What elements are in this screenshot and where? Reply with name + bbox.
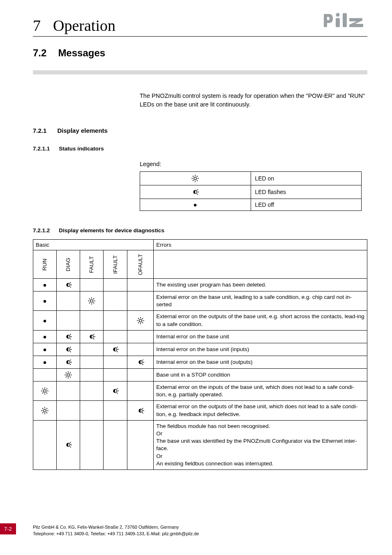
led-cell bbox=[127, 381, 154, 400]
chapter-number: 7 bbox=[33, 16, 41, 35]
led-cell bbox=[80, 381, 104, 400]
svg-line-27 bbox=[93, 303, 94, 303]
svg-line-12 bbox=[197, 190, 198, 191]
legend-table: LED onLED flashesLED off bbox=[140, 171, 362, 211]
led-cell bbox=[104, 343, 127, 356]
error-description: External error on the base unit, leading… bbox=[154, 291, 367, 311]
svg-point-49 bbox=[44, 349, 46, 351]
led-cell bbox=[104, 279, 127, 291]
svg-line-105 bbox=[70, 446, 71, 448]
svg-line-61 bbox=[70, 359, 71, 361]
legend-symbol-off bbox=[140, 199, 251, 211]
led-cell bbox=[57, 356, 80, 368]
led-cell bbox=[57, 420, 80, 469]
led-cell bbox=[80, 356, 104, 368]
svg-line-39 bbox=[138, 322, 138, 323]
svg-line-38 bbox=[142, 318, 143, 319]
led-cell bbox=[57, 311, 80, 330]
col-run: RUN bbox=[33, 250, 57, 279]
subsubsection2-title: Display elements for device diagnostics bbox=[59, 227, 164, 234]
section-title: Messages bbox=[58, 47, 105, 59]
led-cell bbox=[57, 381, 80, 400]
svg-line-56 bbox=[117, 347, 118, 348]
led-cell bbox=[104, 311, 127, 330]
svg-line-18 bbox=[70, 282, 71, 284]
footer: Pilz GmbH & Co. KG, Felix-Wankel-Straße … bbox=[33, 524, 199, 537]
led-cell bbox=[80, 343, 104, 356]
col-errors-blank bbox=[154, 250, 367, 279]
svg-line-43 bbox=[70, 334, 71, 335]
svg-point-0 bbox=[336, 13, 340, 17]
svg-line-87 bbox=[117, 388, 118, 390]
led-cell bbox=[104, 330, 127, 343]
pilz-logo bbox=[322, 12, 367, 30]
svg-point-30 bbox=[44, 319, 46, 322]
svg-point-40 bbox=[44, 336, 46, 338]
led-cell bbox=[33, 311, 57, 330]
led-cell bbox=[80, 291, 104, 311]
led-cell bbox=[104, 291, 127, 311]
led-cell bbox=[127, 368, 154, 381]
svg-line-75 bbox=[66, 377, 67, 377]
error-description: External error on the inputs of the base… bbox=[154, 381, 367, 400]
subsubsection1-number: 7.2.1.1 bbox=[33, 146, 50, 152]
svg-line-94 bbox=[42, 408, 43, 409]
svg-line-96 bbox=[46, 408, 47, 409]
legend-text: LED on bbox=[251, 172, 362, 185]
error-description: Internal error on the base unit (inputs) bbox=[154, 343, 367, 356]
legend-label: Legend: bbox=[140, 161, 367, 167]
svg-line-13 bbox=[197, 194, 198, 195]
svg-line-72 bbox=[66, 372, 67, 373]
subsubsection2-number: 7.2.1.2 bbox=[33, 227, 50, 234]
svg-point-21 bbox=[90, 300, 93, 302]
section-number: 7.2 bbox=[33, 47, 46, 59]
footer-line1: Pilz GmbH & Co. KG, Felix-Wankel-Straße … bbox=[33, 524, 199, 530]
led-cell bbox=[33, 420, 57, 469]
col-fault: FAULT bbox=[80, 250, 104, 279]
subsection-number: 7.2.1 bbox=[33, 127, 46, 134]
led-cell bbox=[33, 279, 57, 291]
svg-line-82 bbox=[46, 393, 47, 393]
svg-line-48 bbox=[93, 338, 95, 340]
svg-line-81 bbox=[42, 388, 43, 389]
led-cell bbox=[127, 279, 154, 291]
svg-point-67 bbox=[67, 374, 69, 376]
svg-line-100 bbox=[142, 408, 143, 409]
led-cell bbox=[33, 368, 57, 381]
svg-line-83 bbox=[46, 388, 47, 389]
led-cell bbox=[127, 356, 154, 368]
error-description: Internal error on the base unit bbox=[154, 330, 367, 343]
svg-line-36 bbox=[138, 318, 138, 319]
svg-point-76 bbox=[44, 390, 46, 392]
footer-line2: Telephone: +49 711 3409-0, Telefax: +49 … bbox=[33, 531, 199, 537]
intro-paragraph: The PNOZmulti control system is ready fo… bbox=[140, 92, 367, 109]
svg-line-62 bbox=[70, 364, 71, 365]
svg-line-37 bbox=[142, 322, 143, 323]
svg-line-8 bbox=[197, 176, 198, 177]
error-description: Internal error on the base unit (outputs… bbox=[154, 356, 367, 368]
svg-point-58 bbox=[44, 361, 46, 364]
errors-group-header: Errors bbox=[154, 240, 367, 250]
section-divider bbox=[33, 70, 367, 74]
led-cell bbox=[33, 381, 57, 400]
led-cell bbox=[57, 291, 80, 311]
led-cell bbox=[33, 356, 57, 368]
svg-point-89 bbox=[44, 409, 46, 412]
svg-line-104 bbox=[70, 442, 71, 444]
led-cell bbox=[127, 343, 154, 356]
basic-group-header: Basic bbox=[33, 240, 154, 250]
led-cell bbox=[33, 343, 57, 356]
svg-line-47 bbox=[93, 334, 95, 335]
svg-line-88 bbox=[117, 393, 118, 394]
led-cell bbox=[57, 330, 80, 343]
svg-line-74 bbox=[70, 372, 71, 373]
led-cell bbox=[104, 401, 127, 420]
page-number-tab: 7-2 bbox=[0, 523, 16, 534]
svg-point-1 bbox=[194, 177, 196, 180]
led-cell bbox=[127, 401, 154, 420]
error-description: The existing user program has been delet… bbox=[154, 279, 367, 291]
svg-point-15 bbox=[44, 284, 46, 287]
led-cell bbox=[127, 330, 154, 343]
error-description: The fieldbus module has not been recogni… bbox=[154, 420, 367, 469]
svg-line-97 bbox=[42, 412, 43, 413]
